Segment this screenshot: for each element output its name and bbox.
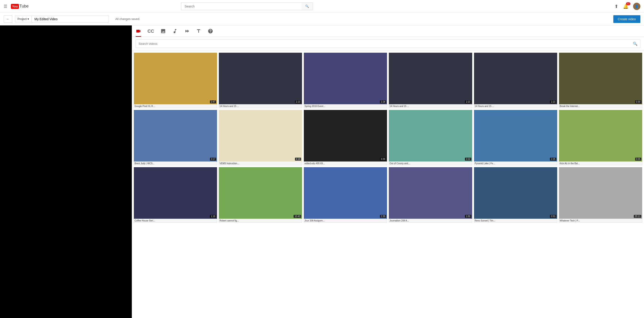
video-duration: 2:22	[465, 158, 471, 161]
video-thumb-item[interactable]: 1:00Journalism 208 A...	[389, 167, 472, 223]
video-thumb-image	[559, 110, 642, 162]
video-title: 14 Hours and 15 ...	[474, 104, 557, 108]
header-search-input[interactable]	[181, 2, 302, 10]
video-thumb-item[interactable]: 3:17Brent Judy | WCS...	[134, 110, 217, 165]
video-thumb-item[interactable]: 1:19Coffee House Seri...	[134, 167, 217, 223]
video-thumb-image	[474, 167, 557, 219]
search-icon: 🔍	[305, 4, 309, 8]
video-duration: 0:39	[380, 158, 386, 161]
video-title: 14 Hours and 15 ...	[389, 104, 472, 108]
video-title: Google Pixel XL R...	[134, 104, 217, 108]
video-thumb-item[interactable]: 2:22Out of County and...	[389, 110, 472, 165]
bell-icon[interactable]: 🔔 83	[623, 4, 628, 9]
video-thumb-image	[219, 167, 302, 219]
project-dropdown[interactable]: Project ▾	[15, 16, 32, 22]
video-thumb-item[interactable]: 0:30Break the Internet...	[559, 53, 642, 108]
main-content: CC 🔍 2:47G	[0, 25, 644, 318]
app-header: ☰ You Tube 🔍 ⬆ 🔔 83 👤	[0, 0, 644, 13]
video-thumb-item[interactable]: 10:43Robert cannot fig...	[219, 167, 302, 223]
video-thumb-item[interactable]: 2:47Google Pixel XL R...	[134, 53, 217, 108]
project-title-group: Project ▾	[15, 16, 109, 22]
video-duration: 2:47	[210, 100, 216, 103]
video-title: Break the Internet...	[559, 104, 642, 108]
video-duration: 10:43	[294, 215, 301, 218]
video-duration: 2:25	[550, 158, 556, 161]
youtube-logo[interactable]: You Tube	[11, 4, 29, 9]
video-title: Pyramid Lake | Fe...	[474, 162, 557, 165]
video-preview	[0, 25, 132, 318]
video-thumb-image	[134, 167, 217, 219]
tab-help[interactable]	[208, 25, 213, 37]
video-thumb-item[interactable]: 2:28Spring 2016 Event...	[304, 53, 387, 108]
video-thumb-image	[304, 167, 387, 219]
search-container: 🔍	[181, 2, 313, 10]
toolbar-bar: ← Project ▾ All changes saved. Create vi…	[0, 13, 644, 25]
video-thumb-image	[559, 167, 642, 219]
video-thumb-item[interactable]: 0:39edited edu 495 69...	[304, 110, 387, 165]
video-thumb-item[interactable]: 2:2314 Hours and 15 ...	[389, 53, 472, 108]
video-thumb-item[interactable]: 0:53Reno Sunset | Tim...	[474, 167, 557, 223]
notification-badge: 83	[626, 2, 630, 5]
search-bar: 🔍	[132, 37, 644, 51]
video-title: VEMS Instruction...	[219, 162, 302, 165]
video-title: Out of County and...	[389, 162, 472, 165]
video-duration: 2:35	[380, 215, 386, 218]
video-title: Kick Alz in the Bal...	[559, 162, 642, 165]
video-thumb-item[interactable]: 2:2314 Hours and 15 ...	[474, 53, 557, 108]
saved-status: All changes saved.	[115, 17, 140, 21]
search-input-container: 🔍	[136, 39, 640, 48]
video-search-input[interactable]	[136, 40, 630, 47]
right-panel: CC 🔍 2:47G	[132, 25, 644, 318]
video-title: Spring 2016 Event...	[304, 104, 387, 108]
video-thumb-item[interactable]: 0:35Kick Alz in the Bal...	[559, 110, 642, 165]
tab-bar: CC	[132, 25, 644, 37]
back-button[interactable]: ←	[4, 15, 12, 23]
video-thumb-item[interactable]: 4:18VEMS Instruction...	[219, 110, 302, 165]
video-thumb-image	[389, 110, 472, 162]
video-duration: 0:53	[550, 215, 556, 218]
video-title: Reno Sunset | Tim...	[474, 219, 557, 223]
tab-photo[interactable]	[160, 25, 166, 37]
video-thumb-item[interactable]: 2:35Jour 208 Assignm...	[304, 167, 387, 223]
video-duration: 1:00	[465, 215, 471, 218]
video-duration: 3:17	[210, 158, 216, 161]
video-thumb-image	[474, 110, 557, 162]
video-title: Coffee House Seri...	[134, 219, 217, 223]
project-caret-icon: ▾	[28, 17, 29, 21]
video-thumb-image	[219, 53, 302, 104]
avatar[interactable]: 👤	[633, 3, 640, 10]
video-thumb-image	[389, 167, 472, 219]
yt-logo-box: You	[11, 4, 19, 9]
menu-icon[interactable]: ☰	[4, 4, 7, 9]
header-search-button[interactable]: 🔍	[302, 2, 313, 10]
search-bar-icon: 🔍	[630, 40, 640, 48]
video-thumb-image	[559, 53, 642, 104]
video-duration: 0:35	[635, 158, 641, 161]
video-thumb-item[interactable]: 2:2314 Hours and 15 ...	[219, 53, 302, 108]
tab-transition[interactable]	[184, 25, 190, 37]
video-duration: 1:19	[210, 215, 216, 218]
yt-logo-text: Tube	[19, 4, 28, 9]
project-label: Project	[18, 17, 26, 21]
video-duration: 2:23	[295, 100, 301, 103]
video-duration: 2:23	[465, 100, 471, 103]
video-thumb-image	[304, 110, 387, 162]
video-thumb-item[interactable]: 2:25Pyramid Lake | Fe...	[474, 110, 557, 165]
video-thumb-image	[134, 53, 217, 104]
upload-icon[interactable]: ⬆	[614, 4, 618, 9]
video-thumb-image	[219, 110, 302, 162]
video-duration: 25:11	[634, 215, 641, 218]
create-video-button[interactable]: Create video	[613, 15, 640, 23]
video-grid: 2:47Google Pixel XL R...2:2314 Hours and…	[132, 51, 644, 318]
tab-text[interactable]	[196, 25, 201, 37]
video-title: Journalism 208 A...	[389, 219, 472, 223]
video-thumb-item[interactable]: 25:11Whatever Tech | P...	[559, 167, 642, 223]
video-title: edited edu 495 69...	[304, 162, 387, 165]
video-duration: 4:18	[295, 158, 301, 161]
tab-cc[interactable]: CC	[148, 25, 154, 37]
video-duration: 2:28	[380, 100, 386, 103]
video-thumb-image	[389, 53, 472, 104]
tab-music[interactable]	[172, 25, 178, 37]
project-title-input[interactable]	[32, 16, 109, 22]
tab-video[interactable]	[136, 25, 141, 37]
